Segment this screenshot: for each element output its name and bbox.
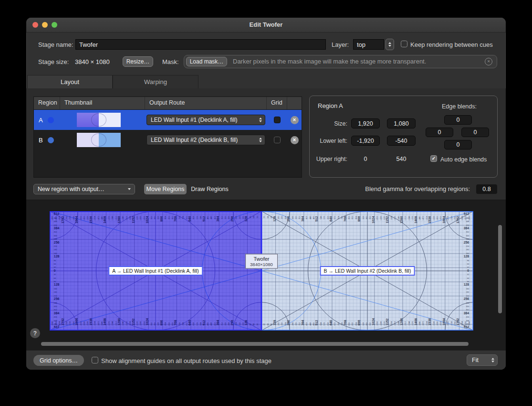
- svg-text:1344: 1344: [408, 216, 410, 221]
- svg-text:1408: 1408: [414, 318, 417, 326]
- table-row-region-b[interactable]: B LED Wall Input #2 (Decklink B, fill): [34, 130, 302, 150]
- svg-text:32: 32: [54, 273, 56, 276]
- grid-options-button[interactable]: Grid options…: [33, 355, 84, 366]
- svg-text:672: 672: [334, 216, 336, 219]
- svg-text:1792: 1792: [61, 318, 64, 326]
- svg-text:1536: 1536: [89, 216, 93, 224]
- svg-text:320: 320: [54, 235, 57, 237]
- minimize-button[interactable]: [42, 22, 48, 28]
- lower-left-y-input[interactable]: -540: [387, 136, 416, 146]
- lower-left-x-input[interactable]: -1,920: [351, 136, 380, 146]
- svg-text:1024: 1024: [372, 318, 375, 326]
- alignment-guides-checkbox[interactable]: [92, 357, 98, 363]
- svg-text:1376: 1376: [411, 321, 414, 326]
- blend-gamma-input[interactable]: 0.8: [476, 184, 497, 194]
- svg-text:288: 288: [228, 216, 230, 219]
- edge-blend-left-input[interactable]: 0: [426, 128, 453, 137]
- edge-blend-top-input[interactable]: 0: [444, 115, 472, 125]
- svg-text:1280: 1280: [117, 216, 121, 224]
- svg-text:512: 512: [315, 216, 318, 222]
- mask-label: Mask:: [162, 58, 179, 65]
- stage-canvas-area: 3232646496961281281601601921922242242562…: [26, 200, 506, 350]
- svg-text:608: 608: [327, 322, 329, 325]
- svg-text:448: 448: [466, 320, 469, 322]
- layer-label: Layer:: [332, 41, 349, 48]
- svg-text:128: 128: [244, 320, 248, 326]
- stepper-up-icon: [388, 42, 391, 44]
- svg-text:1440: 1440: [418, 216, 421, 221]
- layer-field[interactable]: top: [353, 39, 384, 50]
- svg-text:928: 928: [157, 322, 159, 325]
- svg-text:320: 320: [295, 322, 297, 325]
- svg-text:832: 832: [351, 322, 354, 326]
- svg-text:128: 128: [54, 255, 60, 258]
- svg-text:768: 768: [344, 320, 347, 326]
- svg-text:192: 192: [239, 322, 241, 326]
- layer-stepper[interactable]: [386, 39, 394, 50]
- svg-text:256: 256: [287, 320, 290, 326]
- svg-text:320: 320: [224, 322, 227, 325]
- edge-blend-bottom-input[interactable]: 0: [444, 140, 472, 150]
- size-height-input[interactable]: 1,080: [387, 118, 416, 128]
- region-b-delete-icon[interactable]: [291, 136, 299, 144]
- mask-clear-icon[interactable]: [485, 58, 492, 65]
- svg-text:1184: 1184: [129, 321, 131, 325]
- column-grid: Grid: [267, 97, 287, 109]
- svg-text:1792: 1792: [456, 216, 459, 224]
- size-width-input[interactable]: 1,920: [351, 118, 380, 128]
- svg-text:256: 256: [287, 216, 290, 222]
- tab-warping[interactable]: Warping: [113, 75, 198, 89]
- svg-text:288: 288: [228, 322, 230, 325]
- svg-text:864: 864: [355, 216, 357, 219]
- close-button[interactable]: [32, 22, 38, 28]
- svg-text:384: 384: [216, 320, 219, 326]
- tab-layout[interactable]: Layout: [27, 75, 113, 89]
- svg-text:512: 512: [54, 212, 60, 215]
- move-regions-button[interactable]: Move Regions: [144, 184, 187, 194]
- svg-text:32: 32: [263, 323, 265, 325]
- svg-text:768: 768: [344, 216, 347, 222]
- new-region-dropdown[interactable]: New region with output…: [33, 184, 135, 194]
- svg-text:512: 512: [315, 320, 318, 326]
- keep-rendering-checkbox[interactable]: [401, 41, 407, 47]
- svg-text:192: 192: [466, 291, 469, 293]
- load-mask-button[interactable]: Load mask…: [186, 57, 227, 66]
- region-b-grid-checkbox[interactable]: [274, 137, 281, 143]
- svg-text:256: 256: [230, 216, 234, 222]
- svg-text:0: 0: [467, 269, 469, 272]
- svg-text:384: 384: [54, 226, 60, 230]
- svg-text:1440: 1440: [101, 321, 103, 326]
- vertical-scrollbar[interactable]: [498, 225, 502, 313]
- resize-button[interactable]: Resize…: [123, 56, 153, 67]
- edge-blend-right-input[interactable]: 0: [461, 128, 489, 137]
- svg-text:1248: 1248: [397, 216, 400, 221]
- table-row-region-a[interactable]: A LED Wall Input #1 (Decklink A, fill): [34, 110, 302, 130]
- svg-text:576: 576: [323, 216, 325, 219]
- region-b-output-route-select[interactable]: LED Wall Input #2 (Decklink B, fill): [146, 135, 265, 145]
- svg-text:384: 384: [464, 226, 469, 230]
- svg-text:1088: 1088: [139, 321, 142, 326]
- zoom-button[interactable]: [52, 22, 57, 28]
- svg-text:224: 224: [466, 295, 469, 297]
- svg-text:1472: 1472: [97, 321, 100, 326]
- help-button[interactable]: ?: [30, 328, 40, 338]
- region-a-grid-checkbox[interactable]: [274, 117, 281, 123]
- svg-text:1376: 1376: [108, 216, 110, 221]
- horizontal-scrollbar[interactable]: [41, 342, 469, 346]
- svg-text:640: 640: [188, 320, 191, 326]
- svg-text:1216: 1216: [125, 321, 128, 326]
- draw-regions-button[interactable]: Draw Regions: [187, 184, 233, 194]
- svg-text:224: 224: [284, 216, 287, 219]
- svg-text:704: 704: [337, 216, 340, 219]
- svg-text:1504: 1504: [426, 321, 428, 326]
- region-b-thumbnail: [77, 133, 121, 147]
- auto-edge-blends-checkbox[interactable]: [430, 155, 437, 162]
- fit-zoom-select[interactable]: Fit: [467, 354, 498, 366]
- stage-name-input[interactable]: Twofer: [75, 39, 326, 50]
- svg-text:480: 480: [313, 216, 315, 219]
- region-a-output-route-select[interactable]: LED Wall Input #1 (Decklink A, fill): [146, 115, 265, 125]
- svg-text:288: 288: [292, 216, 294, 219]
- svg-text:1728: 1728: [450, 216, 453, 221]
- stage-preview[interactable]: 3232646496961281281601601921922242242562…: [50, 211, 473, 331]
- region-a-delete-icon[interactable]: [291, 116, 299, 124]
